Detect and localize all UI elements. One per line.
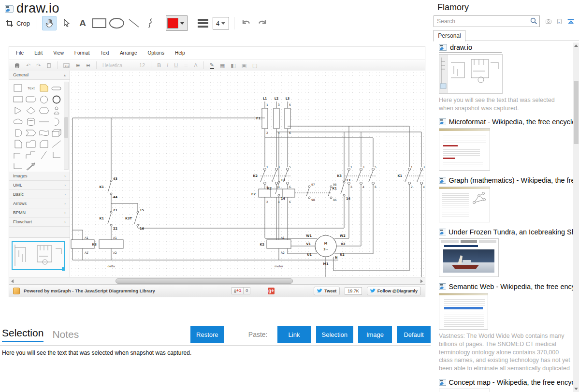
- svg-text:98: 98: [311, 198, 315, 202]
- redo-button[interactable]: [256, 16, 269, 30]
- shape-rectangle[interactable]: [13, 96, 24, 103]
- hand-tool-button[interactable]: [42, 16, 57, 30]
- list-item[interactable]: Graph (mathematics) - Wikipedia, the fre…: [439, 175, 573, 222]
- section-flowchart[interactable]: Flowchart›: [9, 218, 70, 227]
- list-item[interactable]: Semantic Web - Wikipedia, the free encyc…: [439, 282, 573, 373]
- note-document-icon[interactable]: [557, 17, 562, 26]
- shape-folder[interactable]: [26, 140, 36, 148]
- shape-arc[interactable]: [53, 117, 60, 126]
- list-item[interactable]: Concept map - Wikipedia, the free encycl…: [439, 377, 573, 392]
- section-basic[interactable]: Basic›: [9, 190, 70, 199]
- text-tool-button[interactable]: A: [76, 16, 89, 30]
- snapshot-thumbnail[interactable]: [439, 293, 488, 330]
- select-tool-button[interactable]: [59, 16, 73, 30]
- shape-diagonal-line[interactable]: [52, 140, 61, 148]
- search-icon[interactable]: [530, 17, 537, 25]
- restore-button[interactable]: Restore: [190, 326, 224, 343]
- snapshot-thumbnail[interactable]: [439, 187, 490, 222]
- shape-slash[interactable]: [40, 151, 48, 160]
- shape-actor[interactable]: [54, 106, 59, 115]
- plusone-button[interactable]: g+1 0: [232, 287, 250, 294]
- scroll-right-icon[interactable]: [420, 279, 423, 283]
- camera-icon[interactable]: [546, 18, 551, 25]
- svg-text:A2: A2: [281, 251, 285, 254]
- scroll-up-icon[interactable]: [574, 44, 578, 47]
- shape-rounded-rectangle[interactable]: [26, 96, 36, 103]
- shape-diamond[interactable]: [26, 107, 36, 115]
- canvas-horizontal-scrollbar[interactable]: [9, 277, 425, 284]
- shape-double-circle[interactable]: [52, 95, 61, 104]
- scrollbar-thumb[interactable]: [574, 81, 579, 144]
- shape-square[interactable]: [14, 84, 23, 92]
- outline-panel[interactable]: [9, 237, 70, 277]
- menu-edit: Edit: [34, 50, 43, 56]
- shape-arrow[interactable]: [26, 162, 36, 171]
- shape-d[interactable]: [14, 129, 22, 137]
- list-scrollbar[interactable]: [573, 43, 579, 392]
- rectangle-tool-button[interactable]: [92, 16, 106, 30]
- follow-button[interactable]: Follow @Diagramly: [367, 287, 421, 295]
- search-input[interactable]: [436, 16, 525, 26]
- tab-notes[interactable]: Notes: [52, 329, 79, 340]
- list-item[interactable]: Under Frozen Tundra, an Icebreaking Ship…: [439, 227, 573, 277]
- shape-line[interactable]: [39, 120, 49, 124]
- undo-button[interactable]: [239, 16, 253, 30]
- shape-text[interactable]: Text: [28, 86, 35, 90]
- list-item[interactable]: Microformat - Wikipedia, the free encycl…: [439, 117, 573, 171]
- tweet-button[interactable]: Tweet: [314, 287, 340, 295]
- shape-cylinder[interactable]: [27, 117, 35, 126]
- shape-cloud[interactable]: [13, 118, 24, 125]
- tab-personal[interactable]: Personal: [434, 30, 465, 42]
- svg-text:6: 6: [375, 185, 376, 189]
- shape-flex[interactable]: [39, 130, 49, 136]
- shape-card[interactable]: [40, 140, 48, 148]
- section-uml[interactable]: UML›: [9, 181, 70, 190]
- paste-selection-button[interactable]: Selection: [316, 326, 353, 343]
- plusone-count: 0: [244, 287, 250, 294]
- paste-link-button[interactable]: Link: [277, 326, 311, 343]
- shape-corner-2[interactable]: [26, 151, 36, 159]
- snapshot-thumbnail[interactable]: [439, 238, 499, 277]
- scroll-left-icon[interactable]: [11, 279, 14, 283]
- color-picker-button[interactable]: [166, 15, 188, 31]
- svg-text:A1: A1: [113, 236, 117, 239]
- shape-note[interactable]: [39, 84, 49, 92]
- section-arrows[interactable]: Arrows›: [9, 199, 70, 208]
- search-box[interactable]: [434, 15, 540, 27]
- snapshot-thumbnail[interactable]: [439, 389, 490, 392]
- tab-selection[interactable]: Selection: [2, 327, 43, 342]
- shape-circle[interactable]: [40, 95, 48, 104]
- section-bpmn[interactable]: BPMN›: [9, 208, 70, 218]
- ellipse-tool-button[interactable]: [109, 16, 124, 30]
- line-tool-button[interactable]: [127, 16, 141, 30]
- section-images[interactable]: Images›: [9, 172, 70, 181]
- scroll-down-icon[interactable]: [574, 388, 578, 390]
- drawio-canvas[interactable]: L1 L2 L3 F1 1 3 5 2 4 6 K2 1 3 5 2 4 6: [70, 71, 425, 277]
- shape-hexagon[interactable]: [39, 107, 49, 114]
- line-width-dropdown[interactable]: 4: [213, 17, 229, 29]
- shape-pill[interactable]: [51, 86, 62, 91]
- shape-corner-4[interactable]: [14, 163, 23, 170]
- list-item[interactable]: draw.io Here you will see the text that …: [439, 43, 573, 112]
- snapshot-thumbnail[interactable]: [439, 128, 490, 171]
- crop-button[interactable]: Crop: [4, 16, 32, 30]
- snapshot-image-drawio[interactable]: File Edit View Format Text Arrange Optio…: [9, 46, 425, 297]
- paste-default-button[interactable]: Default: [397, 326, 431, 343]
- paste-image-button[interactable]: Image: [358, 326, 392, 343]
- freehand-tool-button[interactable]: [144, 16, 157, 30]
- shape-step[interactable]: [26, 130, 36, 136]
- shape-cube[interactable]: [52, 129, 61, 137]
- googleplus-icon[interactable]: g+: [268, 288, 275, 294]
- shape-triangle[interactable]: [14, 107, 23, 115]
- scrollbar-thumb[interactable]: [116, 278, 293, 284]
- line-style-button[interactable]: [196, 16, 210, 30]
- palette-scrollbar[interactable]: [64, 82, 69, 170]
- sidebar-title: Flamory: [433, 0, 579, 13]
- palette-scrollbar-thumb[interactable]: [64, 117, 68, 138]
- shape-corner-3[interactable]: [52, 151, 61, 159]
- section-general[interactable]: General▴: [9, 71, 70, 80]
- collapse-top-icon[interactable]: [567, 17, 574, 26]
- shape-page[interactable]: [14, 140, 22, 148]
- snapshot-thumbnail[interactable]: [439, 54, 503, 94]
- shape-corner-1[interactable]: [14, 151, 23, 159]
